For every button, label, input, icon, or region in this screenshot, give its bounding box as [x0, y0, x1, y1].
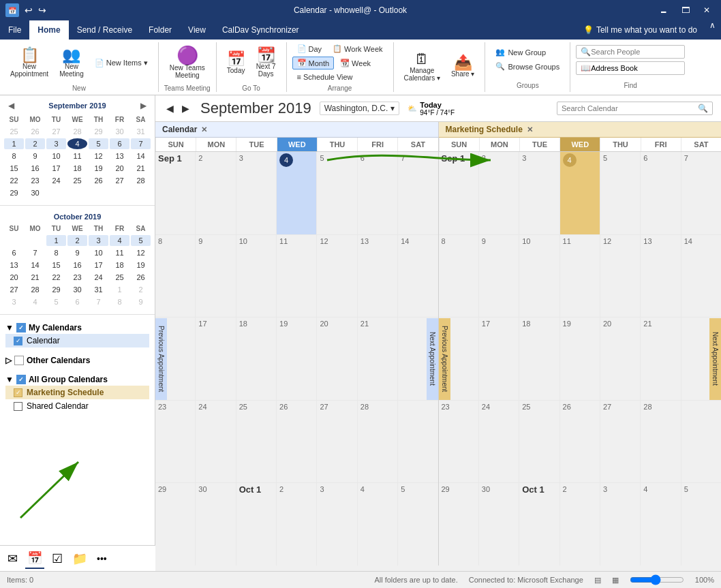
- shared-calendar-checkbox[interactable]: [14, 402, 22, 411]
- cal-cell[interactable]: 10: [236, 235, 276, 318]
- mini-date[interactable]: 18: [110, 260, 129, 270]
- mini-date[interactable]: 23: [67, 272, 87, 283]
- mini-date[interactable]: 6: [67, 296, 87, 307]
- cal-cell[interactable]: 13: [357, 235, 397, 318]
- mkt-cal-cell[interactable]: 5: [600, 152, 640, 234]
- mkt-cal-cell[interactable]: Oct 1: [519, 483, 559, 566]
- cal-cell[interactable]: 20: [316, 318, 356, 400]
- calendar-item[interactable]: ✓ Calendar: [5, 334, 149, 347]
- workweek-button[interactable]: 📋 Work Week: [328, 42, 387, 55]
- mkt-cal-cell[interactable]: 2: [478, 152, 519, 234]
- mini-date[interactable]: 3: [89, 235, 108, 246]
- cal-cell[interactable]: 18: [236, 318, 276, 400]
- mkt-cal-cell[interactable]: 5: [681, 483, 721, 566]
- my-calendars-header[interactable]: ▼ ✓ My Calendars: [5, 322, 149, 334]
- cal-next-button[interactable]: ▶: [179, 102, 192, 115]
- mini-date[interactable]: 15: [46, 260, 66, 270]
- cal-cell[interactable]: Sep 1: [155, 152, 195, 234]
- previous-appointment-button-2[interactable]: Previous Appointment: [439, 318, 450, 400]
- mkt-cal-cell[interactable]: 8: [439, 235, 478, 318]
- schedule-view-button[interactable]: ≡ Schedule View: [292, 71, 358, 83]
- mini-date[interactable]: 29: [4, 187, 24, 198]
- mini-date[interactable]: 9: [25, 151, 45, 161]
- mini-date[interactable]: 17: [89, 260, 108, 270]
- cal-cell[interactable]: [397, 401, 438, 483]
- mkt-cal-cell[interactable]: 3: [519, 152, 559, 234]
- mkt-cal-cell[interactable]: 17: [478, 318, 519, 400]
- mini-date[interactable]: 4: [110, 235, 129, 246]
- mini-date[interactable]: 18: [67, 163, 87, 174]
- mini-date[interactable]: 8: [110, 296, 129, 307]
- mini-date[interactable]: 6: [4, 247, 24, 258]
- mini-date[interactable]: 23: [25, 175, 45, 186]
- cal-tab1-close-button[interactable]: ✕: [201, 125, 207, 134]
- mini-date[interactable]: 1: [110, 284, 129, 295]
- cal-cell[interactable]: 19: [276, 318, 316, 400]
- mkt-cal-cell[interactable]: 19: [559, 318, 600, 400]
- zoom-slider[interactable]: [630, 574, 684, 585]
- cal-cell[interactable]: 30: [195, 483, 235, 566]
- mini-date[interactable]: [46, 187, 66, 198]
- mini-date[interactable]: 3: [4, 296, 24, 307]
- tab-view[interactable]: View: [180, 20, 214, 40]
- mini-date[interactable]: 12: [89, 151, 108, 161]
- mini-date[interactable]: 16: [25, 163, 45, 174]
- more-nav-button[interactable]: •••: [95, 551, 109, 566]
- share-button[interactable]: 📤 Share ▾: [446, 52, 479, 81]
- cal-search-input[interactable]: [562, 104, 698, 112]
- mkt-cal-cell[interactable]: 7: [681, 152, 721, 234]
- calendar-nav-button[interactable]: 📅: [25, 548, 44, 569]
- mkt-cal-cell[interactable]: 21: [640, 318, 680, 400]
- next-appointment-button-1[interactable]: Next Appointment: [427, 318, 438, 400]
- mini-date[interactable]: 25: [4, 126, 24, 137]
- mini-date[interactable]: 13: [4, 260, 24, 270]
- new-items-button[interactable]: 📄 New Items ▾: [90, 55, 153, 71]
- cal-cell[interactable]: 26: [276, 401, 316, 483]
- today-button[interactable]: 📅 Today: [222, 48, 250, 78]
- mkt-cal-cell[interactable]: 14: [681, 235, 721, 318]
- mkt-cal-cell[interactable]: 9: [478, 235, 519, 318]
- mini-date[interactable]: 14: [131, 151, 151, 161]
- mini-date[interactable]: 8: [4, 151, 24, 161]
- cal-tab2-close-button[interactable]: ✕: [527, 125, 533, 134]
- mini-date[interactable]: 28: [25, 284, 45, 295]
- manage-calendars-button[interactable]: 🗓 ManageCalendars ▾: [399, 48, 445, 85]
- mini-date[interactable]: 15: [4, 163, 24, 174]
- mini-date[interactable]: 7: [25, 247, 45, 258]
- mini-date[interactable]: 31: [131, 126, 151, 137]
- cal-cell[interactable]: 6: [357, 152, 397, 234]
- mini-date[interactable]: 21: [131, 163, 151, 174]
- mkt-cal-cell[interactable]: 18: [519, 318, 559, 400]
- cal-location[interactable]: Washington, D.C. ▾: [320, 102, 400, 115]
- address-book-box[interactable]: 📖 Address Book: [576, 61, 685, 75]
- mini-date[interactable]: 19: [89, 163, 108, 174]
- mini-date[interactable]: 22: [46, 272, 66, 283]
- mkt-cal-cell[interactable]: 25: [519, 401, 559, 483]
- mini-date[interactable]: 2: [67, 235, 87, 246]
- tell-me-box[interactable]: Tell me what you want to do: [596, 25, 697, 35]
- folder-nav-button[interactable]: 📁: [70, 549, 89, 568]
- mkt-cal-cell-today[interactable]: 4: [559, 152, 600, 234]
- mini-date[interactable]: 12: [131, 247, 151, 258]
- mini-date[interactable]: 1: [46, 235, 66, 246]
- day-button[interactable]: 📄 Day: [292, 42, 327, 55]
- mini-date[interactable]: 5: [131, 235, 151, 246]
- new-appointment-button[interactable]: 📋 NewAppointment: [5, 44, 53, 81]
- tab-send-receive[interactable]: Send / Receive: [69, 20, 140, 40]
- cal-cell[interactable]: 2: [276, 483, 316, 566]
- mkt-cal-cell[interactable]: 24: [478, 401, 519, 483]
- mini-date[interactable]: 6: [110, 138, 129, 149]
- cal-cell[interactable]: 17: [195, 318, 235, 400]
- next7days-button[interactable]: 📆 Next 7Days: [251, 44, 281, 81]
- mini-date[interactable]: 2: [25, 138, 45, 149]
- browse-groups-button[interactable]: 🔍 Browse Groups: [491, 59, 564, 74]
- mini-date[interactable]: 24: [89, 272, 108, 283]
- close-button[interactable]: ✕: [698, 4, 716, 16]
- cal-cell[interactable]: 5: [397, 483, 438, 566]
- mini-date[interactable]: [67, 187, 87, 198]
- week-button[interactable]: 📆 Week: [335, 57, 375, 69]
- cal-cell[interactable]: 14: [397, 235, 438, 318]
- month-button[interactable]: 📅 Month: [292, 57, 335, 69]
- mkt-cal-cell[interactable]: [681, 401, 721, 483]
- mini-date[interactable]: 27: [4, 284, 24, 295]
